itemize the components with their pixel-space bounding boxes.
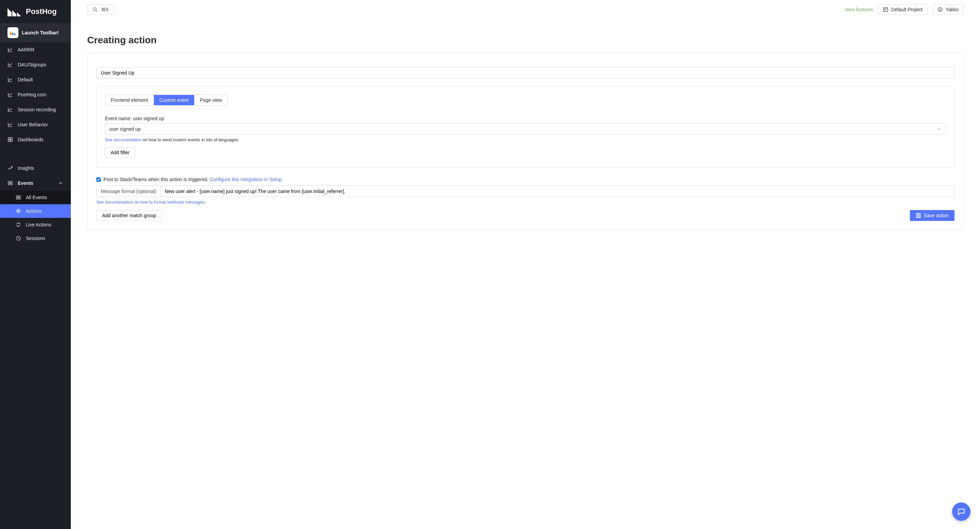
sidebar-sub-actions[interactable]: Actions (0, 204, 71, 218)
svg-rect-3 (11, 140, 12, 141)
match-group-card: Frontend element Custom event Page view … (96, 86, 955, 168)
page-title: Creating action (87, 35, 964, 46)
sidebar-sub-live-actions[interactable]: Live Actions (0, 218, 71, 232)
sidebar-item-dau-signups[interactable]: DAU/Signups (0, 57, 71, 72)
user-menu[interactable]: Yakko (932, 4, 964, 15)
sidebar-item-label: All Events (26, 195, 47, 200)
chart-icon (8, 122, 13, 127)
match-type-tabs: Frontend element Custom event Page view (105, 95, 228, 105)
topbar: ⌘K New features Default Project Yakko (87, 0, 964, 18)
sidebar-item-label: AARRR (18, 47, 34, 52)
chat-icon (957, 507, 966, 516)
sync-icon (16, 222, 21, 227)
sidebar-item-dashboards[interactable]: Dashboards (0, 132, 71, 147)
chart-icon (8, 47, 13, 52)
event-help-text: See documentation on how to send custom … (105, 138, 946, 142)
svg-point-19 (93, 8, 96, 11)
list-icon (8, 180, 13, 186)
svg-rect-21 (884, 8, 888, 11)
svg-point-26 (941, 9, 941, 9)
tab-custom-event[interactable]: Custom event (154, 95, 194, 105)
post-to-slack-text: Post to Slack/Teams when this action is … (103, 177, 210, 182)
sidebar-item-posthog-com[interactable]: PostHog.com (0, 87, 71, 102)
sidebar-item-label: Live Actions (26, 222, 51, 227)
svg-rect-2 (8, 140, 10, 141)
svg-line-20 (96, 11, 97, 11)
webhook-doc-row: See documentation on how to format webho… (96, 200, 955, 205)
project-name: Default Project (891, 7, 923, 12)
event-name-label: Event name: user signed up (105, 116, 946, 121)
event-name-value: user signed up (109, 126, 141, 132)
event-name-select[interactable]: user signed up (105, 123, 946, 135)
launch-toolbar-button[interactable]: Launch Toolbar! (0, 23, 71, 42)
grid-icon (8, 137, 13, 142)
search-icon (92, 7, 98, 12)
search-shortcut: ⌘K (101, 7, 109, 12)
webhook-doc-link[interactable]: See documentation on how to format webho… (96, 200, 206, 205)
action-form-card: Frontend element Custom event Page view … (87, 53, 964, 229)
message-format-row: Message format (optional) (96, 186, 955, 197)
sidebar-sub-sessions[interactable]: Sessions (0, 232, 71, 245)
tab-frontend-element[interactable]: Frontend element (105, 95, 154, 105)
post-to-slack-label: Post to Slack/Teams when this action is … (103, 177, 283, 182)
sidebar: PostHog Launch Toolbar! AARRR DAU/Signup… (0, 0, 71, 529)
logo[interactable]: PostHog (0, 0, 71, 23)
tab-page-view[interactable]: Page view (194, 95, 228, 105)
toolbar-badge-icon (8, 27, 18, 38)
search-button[interactable]: ⌘K (87, 4, 114, 15)
chevron-down-icon (936, 126, 942, 132)
main-content: ⌘K New features Default Project Yakko Cr… (71, 0, 980, 529)
chevron-up-icon (58, 180, 63, 186)
sidebar-item-default[interactable]: Default (0, 72, 71, 87)
svg-rect-27 (916, 213, 920, 218)
project-icon (883, 7, 888, 12)
message-format-input[interactable] (161, 186, 954, 197)
project-selector[interactable]: Default Project (878, 4, 928, 15)
action-name-input[interactable] (96, 67, 955, 79)
sidebar-item-user-behavior[interactable]: User Behavior (0, 117, 71, 132)
sidebar-item-label: PostHog.com (18, 92, 46, 97)
save-icon (916, 213, 921, 218)
sidebar-item-label: Actions (26, 208, 41, 214)
svg-rect-1 (11, 138, 12, 139)
chart-icon (8, 92, 13, 97)
trend-icon (8, 165, 13, 171)
sidebar-item-label: Events (18, 180, 33, 186)
logo-icon (7, 6, 22, 17)
chat-fab[interactable] (952, 502, 970, 521)
new-features-link[interactable]: New features (845, 7, 873, 12)
form-footer: Add another match group Save action (96, 210, 955, 221)
sidebar-sub-all-events[interactable]: All Events (0, 191, 71, 204)
clock-icon (16, 235, 21, 241)
sidebar-item-label: Sessions (26, 235, 45, 241)
svg-rect-0 (8, 138, 10, 139)
add-match-group-button[interactable]: Add another match group (96, 210, 162, 221)
chart-icon (8, 77, 13, 83)
launch-toolbar-label: Launch Toolbar! (22, 30, 59, 35)
sidebar-item-label: Default (18, 77, 33, 83)
svg-point-24 (938, 8, 942, 11)
svg-rect-28 (917, 216, 920, 218)
list-icon (16, 195, 21, 200)
configure-integration-link[interactable]: Configure this integration in Setup. (210, 177, 283, 182)
save-action-button[interactable]: Save action (910, 210, 955, 221)
sidebar-item-insights[interactable]: Insights (0, 160, 71, 176)
logo-text: PostHog (26, 7, 57, 16)
sidebar-item-session-recording[interactable]: Session recording (0, 102, 71, 117)
event-help-tail: on how to send custom events in lots of … (142, 138, 239, 142)
add-filter-button[interactable]: Add filter (105, 147, 135, 158)
post-to-slack-checkbox[interactable] (96, 177, 101, 182)
sidebar-item-label: User Behavior (18, 122, 48, 127)
smile-icon (937, 7, 943, 12)
user-name: Yakko (946, 7, 959, 12)
chart-icon (8, 107, 13, 112)
chart-icon (8, 62, 13, 67)
target-icon (16, 208, 21, 214)
sidebar-item-aarrr[interactable]: AARRR (0, 42, 71, 57)
sidebar-item-label: Dashboards (18, 137, 44, 142)
message-format-label: Message format (optional) (97, 186, 161, 197)
see-documentation-link[interactable]: See documentation (105, 138, 142, 142)
sidebar-item-events[interactable]: Events (0, 176, 71, 191)
sidebar-item-label: Insights (18, 165, 34, 171)
sidebar-item-label: DAU/Signups (18, 62, 46, 67)
